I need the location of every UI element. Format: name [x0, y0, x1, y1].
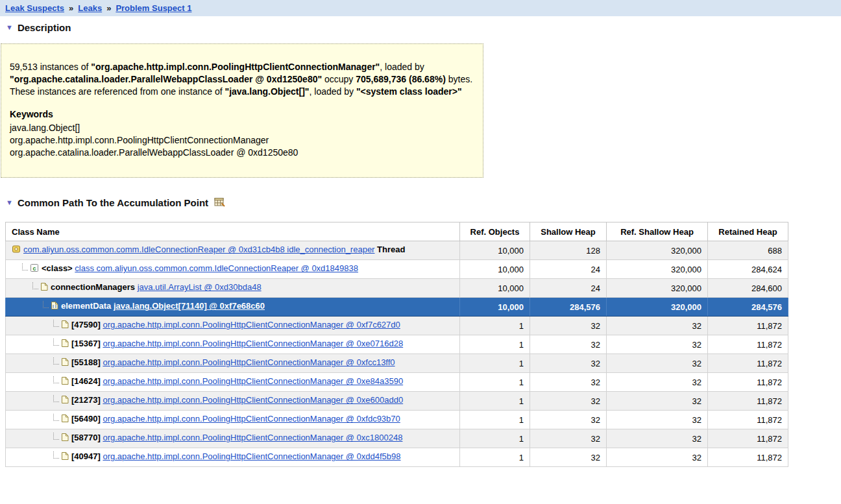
num-cell-ref-shallow-heap: 32: [607, 373, 708, 392]
num-cell-ref-shallow-heap: 320,000: [607, 241, 708, 260]
num-cell-retained-heap: 284,600: [708, 279, 788, 298]
class-name-cell: elementData java.lang.Object[71140] @ 0x…: [6, 298, 460, 317]
class-name-cell: connectionManagers java.util.ArrayList @…: [6, 279, 460, 298]
class-name-cell: [21273] org.apache.http.impl.conn.Poolin…: [6, 392, 460, 411]
tree-elbow: [53, 376, 59, 383]
field-name-label: [40947]: [71, 451, 103, 461]
num-cell-ref-objects: 1: [460, 392, 530, 411]
class-name-cell: [47590] org.apache.http.impl.conn.Poolin…: [6, 317, 460, 335]
object-link[interactable]: org.apache.http.impl.conn.PoolingHttpCli…: [103, 357, 395, 367]
tree-elbow: [53, 357, 59, 365]
path-table-header-row: Class NameRef. ObjectsShallow HeapRef. S…: [6, 222, 788, 241]
num-cell-ref-objects: 1: [460, 317, 530, 335]
table-row[interactable]: [21273] org.apache.http.impl.conn.Poolin…: [6, 392, 788, 411]
num-cell-shallow-heap: 32: [530, 392, 607, 411]
field-name-label: [21273]: [71, 395, 103, 405]
tree-elbow: [53, 433, 59, 440]
table-row[interactable]: c<class> class com.aliyun.oss.common.com…: [6, 260, 788, 279]
class-name-cell: [55188] org.apache.http.impl.conn.Poolin…: [6, 354, 460, 373]
table-row[interactable]: [15367] org.apache.http.impl.conn.Poolin…: [6, 335, 788, 354]
object-link[interactable]: org.apache.http.impl.conn.PoolingHttpCli…: [103, 376, 403, 386]
field-name-label: [15367]: [71, 339, 103, 348]
object-link[interactable]: java.util.ArrayList @ 0xd30bda48: [138, 282, 262, 292]
num-cell-ref-objects: 1: [460, 411, 530, 429]
field-name-label: [14624]: [71, 376, 103, 386]
tree-elbow: [53, 395, 59, 402]
table-row[interactable]: connectionManagers java.util.ArrayList @…: [6, 279, 788, 298]
num-cell-shallow-heap: 24: [530, 260, 607, 279]
column-header: Ref. Objects: [460, 222, 530, 241]
object-icon: [61, 376, 69, 387]
keyword-item: org.apache.catalina.loader.ParallelWebap…: [10, 147, 474, 159]
path-table: Class NameRef. ObjectsShallow HeapRef. S…: [5, 222, 788, 467]
path-section-header[interactable]: ▼ Common Path To the Accumulation Point: [0, 191, 841, 211]
num-cell-retained-heap: 11,872: [708, 373, 788, 392]
array-icon: [51, 301, 58, 312]
object-link[interactable]: org.apache.http.impl.conn.PoolingHttpCli…: [103, 414, 400, 424]
description-box: 59,513 instances of "org.apache.http.imp…: [1, 43, 483, 178]
object-link[interactable]: class com.aliyun.oss.common.comm.IdleCon…: [75, 263, 358, 273]
num-cell-ref-objects: 1: [460, 429, 530, 448]
table-row[interactable]: [56490] org.apache.http.impl.conn.Poolin…: [6, 411, 788, 429]
class-name-cell: [56490] org.apache.http.impl.conn.Poolin…: [6, 411, 460, 429]
table-row[interactable]: elementData java.lang.Object[71140] @ 0x…: [6, 298, 788, 317]
collapse-arrow-icon[interactable]: ▼: [6, 24, 13, 31]
num-cell-ref-objects: 10,000: [460, 260, 530, 279]
num-cell-shallow-heap: 32: [530, 335, 607, 354]
num-cell-ref-shallow-heap: 32: [607, 429, 708, 448]
object-link[interactable]: java.lang.Object[71140] @ 0xf7e68c60: [114, 301, 265, 311]
object-icon: [61, 357, 69, 368]
object-link[interactable]: org.apache.http.impl.conn.PoolingHttpCli…: [103, 320, 400, 330]
tree-elbow: [53, 451, 59, 459]
breadcrumb-link-leak-suspects[interactable]: Leak Suspects: [5, 3, 64, 13]
object-link[interactable]: org.apache.http.impl.conn.PoolingHttpCli…: [103, 433, 402, 442]
object-link[interactable]: org.apache.http.impl.conn.PoolingHttpCli…: [103, 451, 400, 461]
num-cell-retained-heap: 284,624: [708, 260, 788, 279]
num-cell-ref-shallow-heap: 32: [607, 317, 708, 335]
table-row[interactable]: [40947] org.apache.http.impl.conn.Poolin…: [6, 448, 788, 467]
num-cell-shallow-heap: 32: [530, 317, 607, 335]
num-cell-ref-objects: 10,000: [460, 298, 530, 317]
num-cell-ref-objects: 1: [460, 448, 530, 467]
table-row[interactable]: [47590] org.apache.http.impl.conn.Poolin…: [6, 317, 788, 335]
section-title-description: Description: [18, 22, 71, 33]
tree-elbow: [32, 282, 38, 289]
breadcrumb-link-leaks[interactable]: Leaks: [78, 3, 102, 13]
num-cell-ref-shallow-heap: 320,000: [607, 260, 708, 279]
num-cell-ref-shallow-heap: 32: [607, 411, 708, 429]
num-cell-retained-heap: 11,872: [708, 354, 788, 373]
object-link[interactable]: org.apache.http.impl.conn.PoolingHttpCli…: [103, 339, 403, 348]
table-row[interactable]: [55188] org.apache.http.impl.conn.Poolin…: [6, 354, 788, 373]
object-link[interactable]: com.aliyun.oss.common.comm.IdleConnectio…: [23, 245, 374, 254]
table-row[interactable]: [58770] org.apache.http.impl.conn.Poolin…: [6, 429, 788, 448]
table-row[interactable]: [14624] org.apache.http.impl.conn.Poolin…: [6, 373, 788, 392]
num-cell-ref-objects: 1: [460, 335, 530, 354]
description-section-header[interactable]: ▼ Description: [0, 16, 841, 36]
num-cell-ref-shallow-heap: 32: [607, 354, 708, 373]
field-name-label: [58770]: [71, 433, 103, 442]
column-header: Class Name: [6, 222, 460, 241]
num-cell-retained-heap: 11,872: [708, 411, 788, 429]
tree-elbow: [53, 339, 59, 346]
object-icon: [40, 282, 48, 293]
object-icon: [61, 320, 69, 331]
breadcrumb: Leak Suspects»Leaks»Problem Suspect 1: [0, 0, 841, 16]
object-link[interactable]: org.apache.http.impl.conn.PoolingHttpCli…: [103, 395, 403, 405]
accumulation-point-icon: [214, 197, 225, 210]
num-cell-retained-heap: 688: [708, 241, 788, 260]
thread-icon: [12, 245, 21, 256]
object-icon: [61, 339, 69, 350]
breadcrumb-separator: »: [106, 3, 111, 13]
num-cell-ref-objects: 10,000: [460, 279, 530, 298]
collapse-arrow-icon[interactable]: ▼: [6, 199, 13, 206]
section-title-accumulation-path: Common Path To the Accumulation Point: [18, 197, 208, 208]
object-icon: [61, 433, 69, 444]
tree-elbow: [22, 263, 28, 270]
num-cell-shallow-heap: 32: [530, 411, 607, 429]
keyword-item: org.apache.http.impl.conn.PoolingHttpCli…: [10, 134, 474, 147]
breadcrumb-link-problem-suspect-1[interactable]: Problem Suspect 1: [116, 3, 191, 13]
num-cell-ref-objects: 1: [460, 373, 530, 392]
table-row[interactable]: com.aliyun.oss.common.comm.IdleConnectio…: [6, 241, 788, 260]
column-header: Shallow Heap: [530, 222, 607, 241]
tree-elbow: [53, 320, 59, 327]
